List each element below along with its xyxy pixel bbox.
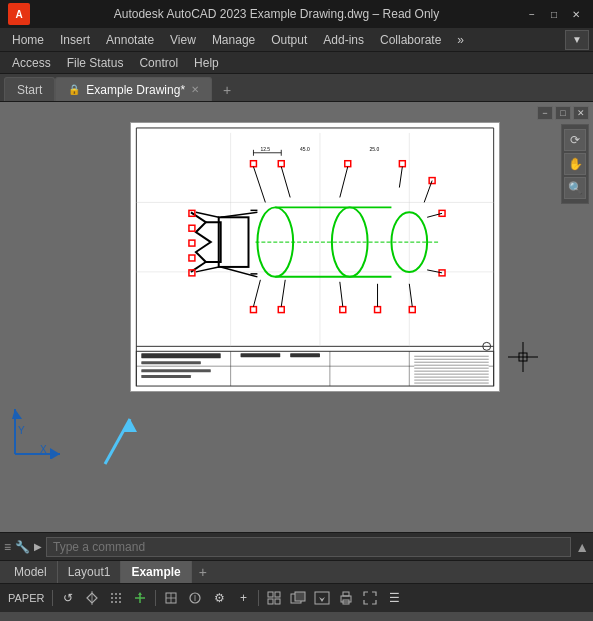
inner-close-button[interactable]: ✕ — [573, 106, 589, 120]
close-button[interactable]: ✕ — [567, 7, 585, 21]
status-divider-3 — [258, 590, 259, 606]
status-polar-icon[interactable] — [160, 587, 182, 609]
window-controls: − □ ✕ — [523, 7, 585, 21]
svg-rect-11 — [290, 353, 320, 357]
svg-marker-89 — [50, 448, 60, 459]
layout-add-button[interactable]: + — [192, 561, 214, 583]
svg-rect-117 — [295, 592, 305, 601]
title-text: Autodesk AutoCAD 2023 Example Drawing.dw… — [38, 7, 515, 21]
svg-point-97 — [119, 593, 121, 595]
status-paper[interactable]: PAPER — [4, 587, 48, 609]
svg-rect-8 — [141, 369, 210, 372]
control-menu-item[interactable]: Control — [131, 54, 186, 72]
menu-item-insert[interactable]: Insert — [52, 28, 98, 51]
svg-point-96 — [115, 593, 117, 595]
drawing-area[interactable]: − □ ✕ ⟳ ✋ 🔍 — [0, 102, 593, 532]
svg-marker-119 — [319, 594, 325, 602]
access-menu-item[interactable]: Access — [4, 54, 59, 72]
menu-item-annotate[interactable]: Annotate — [98, 28, 162, 51]
svg-point-95 — [111, 593, 113, 595]
svg-point-100 — [119, 597, 121, 599]
status-viewport-icon[interactable] — [263, 587, 285, 609]
status-settings-icon[interactable]: ⚙ — [208, 587, 230, 609]
svg-text:12.5: 12.5 — [260, 147, 270, 152]
nav-rotate-btn[interactable]: ⟳ — [564, 129, 586, 151]
svg-point-101 — [111, 601, 113, 603]
svg-rect-113 — [275, 592, 280, 597]
layout-tab-layout1[interactable]: Layout1 — [58, 561, 122, 583]
help-menu-item[interactable]: Help — [186, 54, 227, 72]
svg-rect-118 — [315, 592, 329, 604]
svg-point-103 — [119, 601, 121, 603]
menu-item-view[interactable]: View — [162, 28, 204, 51]
svg-marker-88 — [12, 409, 22, 419]
tab-add-button[interactable]: + — [216, 79, 238, 101]
svg-rect-10 — [241, 353, 281, 357]
status-print-icon[interactable] — [335, 587, 357, 609]
svg-rect-7 — [141, 361, 201, 364]
command-menu-icon[interactable]: ≡ — [4, 540, 11, 554]
title-bar: A Autodesk AutoCAD 2023 Example Drawing.… — [0, 0, 593, 28]
svg-point-98 — [111, 597, 113, 599]
svg-rect-115 — [275, 599, 280, 604]
status-share-icon[interactable] — [311, 587, 333, 609]
tab-start-label: Start — [17, 83, 42, 97]
cad-svg: 12.5 45.0 25.0 — [131, 123, 499, 391]
tab-drawing[interactable]: 🔒 Example Drawing* ✕ — [55, 77, 212, 101]
tab-drawing-label: Example Drawing* — [86, 83, 185, 97]
inner-maximize-button[interactable]: □ — [555, 106, 571, 120]
status-overflow-icon[interactable]: ☰ — [383, 587, 405, 609]
svg-rect-6 — [141, 353, 220, 358]
command-input[interactable] — [46, 537, 571, 557]
status-divider-1 — [52, 590, 53, 606]
nav-pan-btn[interactable]: ✋ — [564, 153, 586, 175]
command-settings-icon[interactable]: 🔧 — [15, 540, 30, 554]
status-ortho-icon[interactable] — [129, 587, 151, 609]
svg-rect-112 — [268, 592, 273, 597]
status-grid-snap-icon[interactable] — [105, 587, 127, 609]
filestatus-menu-item[interactable]: File Status — [59, 54, 132, 72]
svg-rect-0 — [131, 123, 498, 391]
access-bar: Access File Status Control Help — [0, 52, 593, 74]
minimize-button[interactable]: − — [523, 7, 541, 21]
status-ucs-icon[interactable]: ↺ — [57, 587, 79, 609]
menu-overflow[interactable]: » — [449, 28, 472, 51]
menu-item-collaborate[interactable]: Collaborate — [372, 28, 449, 51]
drawing-canvas[interactable]: 12.5 45.0 25.0 — [130, 122, 500, 392]
svg-point-99 — [115, 597, 117, 599]
status-snap-icon[interactable] — [81, 587, 103, 609]
menu-item-manage[interactable]: Manage — [204, 28, 263, 51]
command-scroll-button[interactable]: ▲ — [575, 539, 589, 555]
menu-item-output[interactable]: Output — [263, 28, 315, 51]
command-arrow-icon[interactable]: ▶ — [34, 541, 42, 552]
svg-point-102 — [115, 601, 117, 603]
command-area: ≡ 🔧 ▶ ▲ — [0, 532, 593, 560]
svg-rect-114 — [268, 599, 273, 604]
profile-icon-btn[interactable]: ▼ — [565, 30, 589, 50]
maximize-button[interactable]: □ — [545, 7, 563, 21]
nav-zoom-btn[interactable]: 🔍 — [564, 177, 586, 199]
navigation-panel: ⟳ ✋ 🔍 — [561, 124, 589, 204]
status-publish-icon[interactable] — [287, 587, 309, 609]
layout-tab-model[interactable]: Model — [4, 561, 58, 583]
status-object-snap-icon[interactable] — [184, 587, 206, 609]
tab-close-icon[interactable]: ✕ — [191, 84, 199, 95]
svg-rect-9 — [141, 375, 191, 378]
ucs-icon: Y X — [10, 399, 70, 462]
menu-item-addins[interactable]: Add-ins — [315, 28, 372, 51]
svg-rect-121 — [343, 592, 349, 596]
menu-item-home[interactable]: Home — [4, 28, 52, 51]
layout-tab-example[interactable]: Example — [121, 561, 191, 583]
svg-text:X: X — [40, 444, 47, 455]
svg-text:25.0: 25.0 — [370, 147, 380, 152]
status-plus-icon[interactable]: + — [232, 587, 254, 609]
tab-start[interactable]: Start — [4, 77, 55, 101]
status-fullscreen-icon[interactable] — [359, 587, 381, 609]
menu-icons: ▼ — [565, 30, 589, 50]
menu-bar: Home Insert Annotate View Manage Output … — [0, 28, 593, 52]
inner-minimize-button[interactable]: − — [537, 106, 553, 120]
layout-bar: Model Layout1 Example + — [0, 560, 593, 584]
crosshair — [508, 342, 538, 375]
status-divider-2 — [155, 590, 156, 606]
tab-bar: Start 🔒 Example Drawing* ✕ + — [0, 74, 593, 102]
